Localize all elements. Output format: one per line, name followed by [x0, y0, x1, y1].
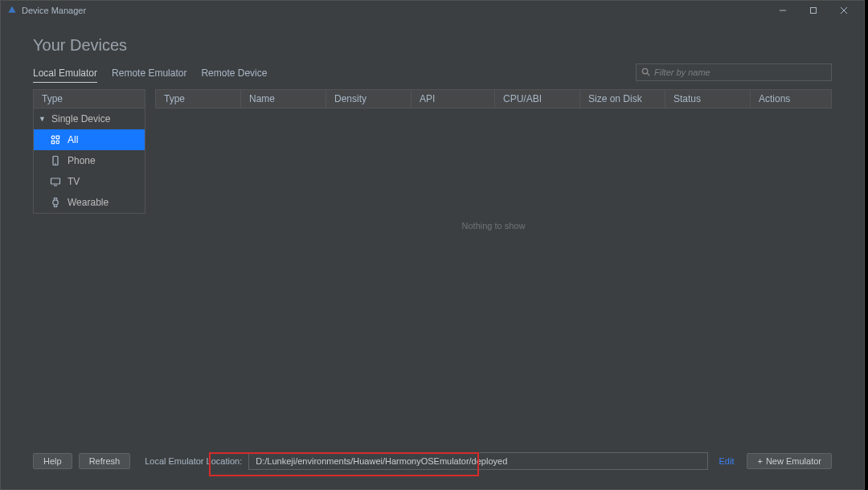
tree-item-tv[interactable]: TV [34, 171, 145, 192]
content: Your Devices Local Emulator Remote Emula… [1, 20, 864, 467]
device-manager-window: Device Manager Your Devices Local Emulat… [0, 0, 865, 490]
col-name[interactable]: Name [241, 90, 326, 108]
tree-item-label: Phone [68, 155, 96, 166]
svg-point-6 [51, 136, 55, 139]
tv-icon [50, 176, 61, 187]
svg-point-4 [642, 68, 647, 73]
svg-rect-1 [811, 8, 817, 14]
svg-point-14 [53, 200, 58, 205]
tree-group-label: Single Device [51, 113, 110, 125]
table-body: Nothing to show [155, 108, 832, 467]
close-button[interactable] [829, 1, 859, 20]
svg-rect-12 [51, 178, 60, 184]
device-type-tree: ▼ Single Device All Phone [33, 108, 145, 214]
col-actions[interactable]: Actions [751, 90, 831, 108]
sidebar-header: Type [33, 89, 145, 108]
col-status[interactable]: Status [665, 90, 751, 108]
tree-group-single-device[interactable]: ▼ Single Device [34, 108, 145, 129]
empty-state-text: Nothing to show [462, 221, 526, 231]
footer: Help Refresh Local Emulator Location: Ed… [33, 452, 832, 470]
sidebar: Type ▼ Single Device All [33, 89, 145, 467]
tab-remote-emulator[interactable]: Remote Emulator [112, 64, 186, 83]
edit-location-link[interactable]: Edit [719, 456, 735, 466]
col-api[interactable]: API [411, 90, 495, 108]
col-size[interactable]: Size on Disk [580, 90, 665, 108]
location-input[interactable] [248, 452, 707, 470]
col-cpu[interactable]: CPU/ABI [495, 90, 580, 108]
svg-rect-7 [56, 136, 59, 139]
table-header-row: Type Name Density API CPU/ABI Size on Di… [155, 89, 832, 108]
wearable-icon [50, 197, 61, 208]
tabs: Local Emulator Remote Emulator Remote De… [33, 64, 267, 83]
all-icon [50, 134, 61, 145]
tab-local-emulator[interactable]: Local Emulator [33, 64, 97, 83]
tree-item-label: TV [68, 176, 80, 187]
col-type[interactable]: Type [156, 90, 241, 108]
refresh-button[interactable]: Refresh [79, 453, 131, 469]
tree-item-all[interactable]: All [34, 129, 145, 150]
new-emulator-button[interactable]: + New Emulator [747, 453, 832, 469]
titlebar: Device Manager [1, 1, 864, 20]
chevron-down-icon: ▼ [39, 115, 45, 123]
search-icon [641, 65, 650, 80]
svg-point-9 [56, 141, 59, 144]
tab-remote-device[interactable]: Remote Device [201, 64, 267, 83]
app-icon [7, 5, 17, 16]
svg-rect-8 [51, 141, 54, 143]
plus-icon: + [757, 456, 762, 466]
minimize-button[interactable] [768, 1, 798, 20]
maximize-button[interactable] [798, 1, 829, 20]
phone-icon [50, 155, 61, 166]
device-table: Type Name Density API CPU/ABI Size on Di… [155, 89, 832, 467]
main-pane: Type ▼ Single Device All [33, 89, 832, 467]
search-field[interactable] [636, 63, 832, 81]
window-title: Device Manager [22, 6, 86, 15]
svg-line-5 [647, 73, 649, 76]
tabs-row: Local Emulator Remote Emulator Remote De… [33, 64, 832, 83]
col-density[interactable]: Density [326, 90, 411, 108]
titlebar-left: Device Manager [7, 5, 86, 16]
help-button[interactable]: Help [33, 453, 72, 469]
window-controls [768, 1, 859, 20]
tree-item-label: All [68, 134, 78, 145]
search-input[interactable] [654, 67, 826, 77]
tree-item-phone[interactable]: Phone [34, 150, 145, 171]
tree-item-label: Wearable [68, 197, 108, 208]
page-title: Your Devices [33, 36, 832, 55]
new-emulator-label: New Emulator [766, 456, 821, 466]
location-label: Local Emulator Location: [145, 456, 242, 466]
tree-item-wearable[interactable]: Wearable [34, 192, 145, 213]
